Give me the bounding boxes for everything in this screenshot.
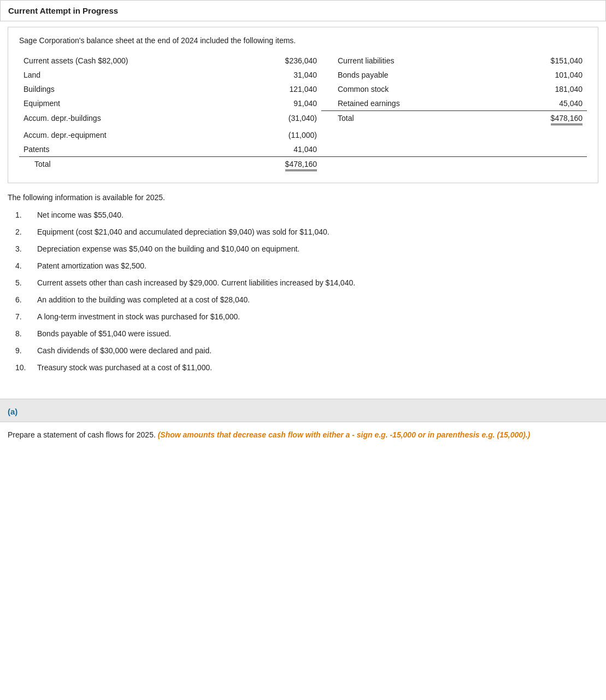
item-text: Depreciation expense was $5,040 on the b… xyxy=(37,243,591,255)
left-value: 121,040 xyxy=(221,82,321,96)
current-attempt-header: Current Attempt in Progress xyxy=(0,0,606,21)
item-text: An addition to the building was complete… xyxy=(37,294,591,306)
item-number: 1. xyxy=(15,209,37,221)
item-number: 6. xyxy=(15,294,37,306)
left-label: Accum. depr.-buildings xyxy=(19,111,221,129)
header-title: Current Attempt in Progress xyxy=(8,6,118,15)
section-a-label: (a) xyxy=(8,407,17,416)
table-row: Current assets (Cash $82,000) $236,040 C… xyxy=(19,54,587,68)
table-row: Patents 41,040 xyxy=(19,142,587,157)
balance-sheet-intro: Sage Corporation's balance sheet at the … xyxy=(19,36,587,45)
right-label: Current liabilities xyxy=(321,54,486,68)
left-value: $236,040 xyxy=(221,54,321,68)
list-item: 4. Patent amortization was $2,500. xyxy=(15,260,591,272)
left-total-label: Total xyxy=(19,157,221,174)
left-value: (11,000) xyxy=(221,128,321,142)
left-value: (31,040) xyxy=(221,111,321,129)
table-row: Buildings 121,040 Common stock 181,040 xyxy=(19,82,587,96)
item-number: 5. xyxy=(15,277,37,289)
balance-sheet-box: Sage Corporation's balance sheet at the … xyxy=(8,27,598,183)
table-row: Land 31,040 Bonds payable 101,040 xyxy=(19,68,587,82)
item-text: Patent amortization was $2,500. xyxy=(37,260,591,272)
item-number: 4. xyxy=(15,260,37,272)
right-total-value: $478,160 xyxy=(486,111,587,129)
right-label: Total xyxy=(321,111,486,129)
left-label: Current assets (Cash $82,000) xyxy=(19,54,221,68)
right-value-empty xyxy=(486,157,587,174)
left-label: Land xyxy=(19,68,221,82)
item-text: Cash dividends of $30,000 were declared … xyxy=(37,345,591,357)
right-value: $151,040 xyxy=(486,54,587,68)
list-item: 7. A long-term investment in stock was p… xyxy=(15,311,591,323)
right-value: 181,040 xyxy=(486,82,587,96)
item-text: A long-term investment in stock was purc… xyxy=(37,311,591,323)
left-value: 31,040 xyxy=(221,68,321,82)
item-number: 8. xyxy=(15,328,37,340)
item-text: Net income was $55,040. xyxy=(37,209,591,221)
left-label: Equipment xyxy=(19,96,221,111)
section-a-bar: (a) xyxy=(0,399,606,422)
following-info-intro: The following information is available f… xyxy=(8,193,598,202)
list-item: 2. Equipment (cost $21,040 and accumulat… xyxy=(15,226,591,238)
list-item: 8. Bonds payable of $51,040 were issued. xyxy=(15,328,591,340)
item-number: 3. xyxy=(15,243,37,255)
info-list: 1. Net income was $55,040. 2. Equipment … xyxy=(8,209,598,374)
section-a-desc-normal: Prepare a statement of cash flows for 20… xyxy=(8,430,158,439)
list-item: 10. Treasury stock was purchased at a co… xyxy=(15,362,591,374)
right-value-empty xyxy=(486,128,587,142)
item-number: 10. xyxy=(15,362,37,374)
right-value-empty xyxy=(486,142,587,157)
list-item: 3. Depreciation expense was $5,040 on th… xyxy=(15,243,591,255)
right-label: Bonds payable xyxy=(321,68,486,82)
left-label: Patents xyxy=(19,142,221,157)
list-item: 9. Cash dividends of $30,000 were declar… xyxy=(15,345,591,357)
list-item: 6. An addition to the building was compl… xyxy=(15,294,591,306)
right-label-empty xyxy=(321,157,486,174)
right-value: 101,040 xyxy=(486,68,587,82)
right-label-empty xyxy=(321,128,486,142)
left-value: 91,040 xyxy=(221,96,321,111)
list-item: 5. Current assets other than cash increa… xyxy=(15,277,591,289)
section-a-description: Prepare a statement of cash flows for 20… xyxy=(0,422,606,447)
table-row: Accum. depr.-equipment (11,000) xyxy=(19,128,587,142)
left-value: 41,040 xyxy=(221,142,321,157)
right-value: 45,040 xyxy=(486,96,587,111)
following-info-section: The following information is available f… xyxy=(0,189,606,388)
right-label: Retained earnings xyxy=(321,96,486,111)
balance-sheet-table: Current assets (Cash $82,000) $236,040 C… xyxy=(19,54,587,174)
section-a-desc-orange: (Show amounts that decrease cash flow wi… xyxy=(158,430,531,439)
left-label: Accum. depr.-equipment xyxy=(19,128,221,142)
right-label-empty xyxy=(321,142,486,157)
list-item: 1. Net income was $55,040. xyxy=(15,209,591,221)
right-label: Common stock xyxy=(321,82,486,96)
table-row: Accum. depr.-buildings (31,040) Total $4… xyxy=(19,111,587,129)
item-text: Treasury stock was purchased at a cost o… xyxy=(37,362,591,374)
total-row-left: Total $478,160 xyxy=(19,157,587,174)
item-number: 2. xyxy=(15,226,37,238)
item-text: Current assets other than cash increased… xyxy=(37,277,591,289)
left-label: Buildings xyxy=(19,82,221,96)
item-number: 7. xyxy=(15,311,37,323)
item-number: 9. xyxy=(15,345,37,357)
item-text: Equipment (cost $21,040 and accumulated … xyxy=(37,226,591,238)
item-text: Bonds payable of $51,040 were issued. xyxy=(37,328,591,340)
table-row: Equipment 91,040 Retained earnings 45,04… xyxy=(19,96,587,111)
left-total-value: $478,160 xyxy=(221,157,321,174)
